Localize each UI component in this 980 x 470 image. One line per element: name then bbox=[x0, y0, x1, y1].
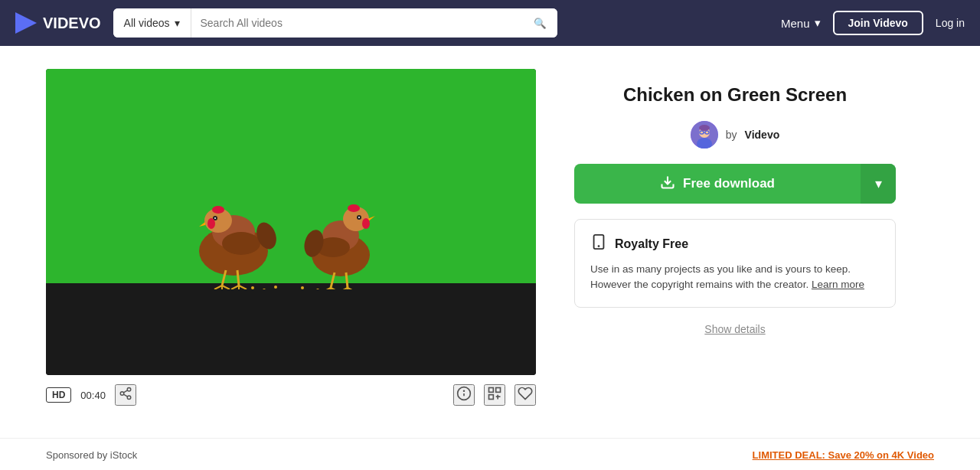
free-download-label: Free download bbox=[683, 176, 775, 191]
videvo-logo-icon bbox=[15, 12, 37, 34]
author-row: by Videvo bbox=[574, 121, 896, 149]
dropdown-chevron-icon: ▾ bbox=[175, 17, 180, 29]
svg-line-35 bbox=[348, 288, 355, 289]
chevron-down-icon: ▾ bbox=[875, 175, 882, 192]
svg-marker-3 bbox=[199, 222, 205, 227]
search-input[interactable] bbox=[191, 17, 523, 29]
sponsor-bar: Sponsored by iStock LIMITED DEAL: Save 2… bbox=[0, 438, 980, 470]
limited-deal-link[interactable]: LIMITED DEAL: Save 20% on 4K Video bbox=[753, 449, 934, 461]
hd-badge: HD bbox=[46, 387, 71, 403]
add-collection-icon bbox=[487, 386, 502, 404]
join-button[interactable]: Join Videvo bbox=[833, 11, 923, 35]
svg-point-37 bbox=[263, 289, 266, 289]
svg-point-40 bbox=[301, 286, 304, 289]
svg-line-32 bbox=[331, 288, 338, 289]
svg-point-7 bbox=[207, 218, 215, 229]
svg-rect-50 bbox=[489, 388, 494, 393]
royalty-header: Royalty Free bbox=[590, 233, 880, 254]
author-prefix: by bbox=[726, 129, 737, 141]
svg-line-30 bbox=[323, 288, 331, 289]
free-download-button[interactable]: Free download bbox=[574, 164, 861, 204]
svg-point-6 bbox=[214, 217, 216, 219]
svg-line-15 bbox=[231, 286, 239, 289]
avatar-image bbox=[691, 121, 718, 149]
royalty-icon bbox=[590, 233, 607, 254]
svg-line-46 bbox=[123, 390, 127, 393]
svg-line-17 bbox=[239, 286, 247, 289]
royalty-description: Use in as many projects as you like and … bbox=[590, 262, 880, 293]
svg-point-38 bbox=[274, 286, 277, 289]
svg-point-44 bbox=[127, 396, 131, 400]
menu-label: Menu bbox=[781, 17, 810, 30]
search-button[interactable]: 🔍 bbox=[523, 8, 557, 38]
share-button[interactable] bbox=[115, 384, 136, 406]
avatar bbox=[691, 121, 718, 149]
video-controls: HD 00:40 bbox=[46, 375, 536, 415]
svg-line-12 bbox=[214, 286, 222, 289]
show-details-button[interactable]: Show details bbox=[574, 323, 896, 335]
video-title: Chicken on Green Screen bbox=[574, 84, 896, 106]
svg-rect-51 bbox=[496, 388, 501, 393]
all-videos-dropdown[interactable]: All videos ▾ bbox=[113, 8, 191, 38]
svg-line-14 bbox=[222, 286, 230, 289]
svg-point-36 bbox=[251, 286, 254, 289]
duration: 00:40 bbox=[80, 390, 106, 401]
svg-line-11 bbox=[237, 270, 239, 286]
menu-chevron-icon: ▾ bbox=[815, 16, 821, 30]
svg-line-29 bbox=[346, 273, 348, 288]
info-icon bbox=[456, 386, 472, 404]
svg-point-43 bbox=[120, 392, 124, 396]
logo-text: VIDEVO bbox=[43, 15, 101, 32]
svg-point-22 bbox=[348, 204, 360, 212]
download-options-button[interactable]: ▾ bbox=[861, 164, 896, 204]
all-videos-label: All videos bbox=[124, 17, 170, 29]
info-button[interactable] bbox=[453, 384, 475, 406]
royalty-card: Royalty Free Use in as many projects as … bbox=[574, 219, 896, 308]
search-container: All videos ▾ 🔍 bbox=[113, 8, 557, 38]
menu-button[interactable]: Menu ▾ bbox=[781, 16, 821, 30]
royalty-title: Royalty Free bbox=[615, 237, 688, 251]
svg-rect-52 bbox=[489, 395, 494, 400]
download-button-container[interactable]: Free download ▾ bbox=[574, 164, 896, 204]
main-content: HD 00:40 bbox=[0, 46, 980, 438]
sponsor-text: Sponsored by iStock bbox=[46, 449, 137, 461]
author-name: Videvo bbox=[745, 129, 780, 141]
svg-line-45 bbox=[123, 394, 127, 397]
video-section: HD 00:40 bbox=[46, 69, 536, 415]
heart-icon bbox=[518, 386, 533, 404]
video-bottom-bg bbox=[46, 283, 536, 375]
video-player[interactable] bbox=[46, 69, 536, 375]
svg-point-25 bbox=[362, 218, 370, 229]
svg-point-24 bbox=[358, 217, 360, 218]
info-section: Chicken on Green Screen by Vi bbox=[574, 69, 896, 335]
svg-line-33 bbox=[340, 288, 348, 289]
svg-point-42 bbox=[127, 388, 131, 392]
header-right: Menu ▾ Join Videvo Log in bbox=[781, 11, 965, 35]
svg-point-4 bbox=[212, 206, 224, 214]
download-icon bbox=[660, 175, 675, 194]
learn-more-link[interactable]: Learn more bbox=[812, 279, 864, 290]
search-icon: 🔍 bbox=[534, 18, 547, 29]
login-button[interactable]: Log in bbox=[936, 17, 965, 29]
svg-point-41 bbox=[316, 289, 319, 289]
favorite-button[interactable] bbox=[514, 384, 536, 406]
share-icon bbox=[119, 387, 132, 403]
add-to-collection-button[interactable] bbox=[484, 384, 505, 406]
svg-point-60 bbox=[699, 125, 710, 131]
svg-point-8 bbox=[222, 232, 260, 255]
chicken-illustration bbox=[176, 167, 406, 289]
logo: VIDEVO bbox=[15, 12, 101, 34]
header: VIDEVO All videos ▾ 🔍 Menu ▾ Join Videvo… bbox=[0, 0, 980, 46]
